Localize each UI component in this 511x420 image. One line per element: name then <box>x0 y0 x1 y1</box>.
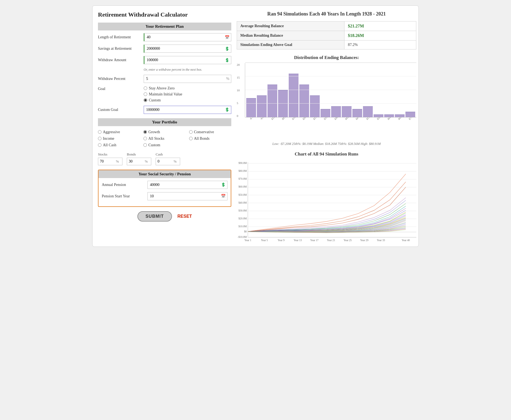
aggressive-radio[interactable] <box>98 130 101 134</box>
page-title: Retirement Withdrawal Calculator <box>98 11 231 18</box>
savings-label: Savings at Retirement <box>98 46 141 51</box>
bar-9 <box>342 106 352 117</box>
line-chart-svg: $90.0M $80.0M $70.0M $60.0M $50.0M $40.0… <box>237 160 416 241</box>
goal-stay-above[interactable]: Stay Above Zero <box>144 86 182 91</box>
portfolio-income[interactable]: Income <box>98 136 140 141</box>
percent-icon: % <box>226 77 229 81</box>
portfolio-section: Your Portfolio Aggressive Growth Conserv… <box>98 118 231 165</box>
length-row: Length of Retirement 📅 <box>98 33 231 41</box>
y-label-20: 20 <box>237 63 240 66</box>
custom-portfolio-radio[interactable] <box>143 143 147 147</box>
annual-pension-row: Annual Pension 💲 <box>102 181 227 189</box>
bar-1 <box>257 95 267 117</box>
length-input[interactable] <box>144 33 231 41</box>
custom-goal-input[interactable] <box>144 106 231 114</box>
bonds-label: Bonds <box>127 152 151 157</box>
savings-row: Savings at Retirement 💲 <box>98 45 231 53</box>
submit-button[interactable]: SUBMIT <box>137 211 172 222</box>
goal-maintain[interactable]: Maintain Initial Value <box>144 92 182 97</box>
goal-row: Goal Stay Above Zero Maintain Initial Va… <box>98 86 231 102</box>
plan-section-header: Your Retirement Plan <box>98 23 231 30</box>
income-radio[interactable] <box>98 137 101 140</box>
bar-10 <box>352 109 362 117</box>
svg-text:Year 9: Year 9 <box>278 239 284 241</box>
stat-label-2: Simulations Ending Above Goal <box>237 41 344 49</box>
stocks-input[interactable] <box>98 158 116 165</box>
bar-8 <box>331 106 341 117</box>
withdraw-input[interactable] <box>144 56 231 64</box>
bar-label-6: $25.84M <box>313 117 321 120</box>
y-label-10: 10 <box>237 89 240 92</box>
line-chart-title: Chart of All 94 Simulation Runs <box>237 151 416 157</box>
conservative-radio[interactable] <box>189 130 193 134</box>
custom-portfolio-label: Custom <box>148 143 160 147</box>
portfolio-growth[interactable]: Growth <box>143 130 186 134</box>
portfolio-grid: Aggressive Growth Conservative Income Al… <box>98 129 231 148</box>
bar-label-13: $64.39M <box>387 117 395 120</box>
svg-text:Year 29: Year 29 <box>360 239 368 241</box>
reset-button[interactable]: RESET <box>177 214 192 219</box>
goal-maintain-label: Maintain Initial Value <box>149 92 182 97</box>
left-panel: Retirement Withdrawal Calculator Your Re… <box>98 11 231 241</box>
pension-calendar-icon: 📅 <box>221 194 226 198</box>
annual-pension-input[interactable] <box>148 181 227 189</box>
portfolio-all-cash[interactable]: All Cash <box>98 143 140 147</box>
stat-value-0: $21.27M <box>344 21 416 31</box>
bar-chart <box>245 63 416 117</box>
svg-text:$20.0M: $20.0M <box>238 217 247 220</box>
right-panel: Ran 94 Simulations Each 40 Years In Leng… <box>237 11 416 241</box>
goal-stay-above-radio[interactable] <box>144 86 147 90</box>
grid-line-5 <box>245 103 416 104</box>
stocks-input-wrap: % <box>98 158 122 165</box>
growth-radio[interactable] <box>143 130 147 134</box>
portfolio-conservative[interactable]: Conservative <box>189 130 231 134</box>
savings-input[interactable] <box>144 45 231 52</box>
bar-label-2: $3.81M <box>271 117 278 120</box>
grid-line-10 <box>245 90 416 90</box>
bonds-input[interactable] <box>127 158 145 165</box>
portfolio-all-stocks[interactable]: All Stocks <box>143 136 186 141</box>
cash-label: Cash <box>156 152 180 157</box>
pension-money-icon: 💲 <box>221 182 226 187</box>
income-label: Income <box>103 136 114 141</box>
withdraw-input-wrapper: 💲 <box>144 56 231 64</box>
bar-6 <box>310 95 320 117</box>
all-cash-label: All Cash <box>103 143 116 147</box>
svg-text:-$10.0M: -$10.0M <box>238 235 247 238</box>
sim-title: Ran 94 Simulations Each 40 Years In Leng… <box>237 11 416 17</box>
cash-input[interactable] <box>156 158 174 165</box>
plan-section: Your Retirement Plan Length of Retiremen… <box>98 23 231 114</box>
withdraw-percent-row: Withdraw Percent % <box>98 75 231 83</box>
conservative-label: Conservative <box>194 130 214 134</box>
svg-text:$90.0M: $90.0M <box>238 161 247 164</box>
goal-maintain-radio[interactable] <box>144 92 147 96</box>
all-bonds-radio[interactable] <box>189 137 193 140</box>
svg-text:Year 1: Year 1 <box>244 239 251 241</box>
stocks-pct: % <box>116 159 120 164</box>
line-chart-container: $90.0M $80.0M $70.0M $60.0M $50.0M $40.0… <box>237 160 416 241</box>
cash-pct: % <box>174 159 178 164</box>
bar-label-11: $53.37M <box>366 117 374 120</box>
goal-custom-radio[interactable] <box>144 98 147 102</box>
bar-label-7: $31.35M <box>323 117 331 120</box>
custom-goal-row: Custom Goal 💲 <box>98 106 231 114</box>
pension-section: Your Social Security / Pension Annual Pe… <box>98 170 231 207</box>
portfolio-all-bonds[interactable]: All Bonds <box>189 136 231 141</box>
custom-goal-icon: 💲 <box>225 107 229 112</box>
growth-label: Growth <box>148 130 160 134</box>
all-cash-radio[interactable] <box>98 143 101 147</box>
portfolio-custom[interactable]: Custom <box>143 143 186 147</box>
withdraw-percent-input[interactable] <box>144 75 231 83</box>
pension-start-input[interactable] <box>148 192 227 200</box>
svg-text:$0: $0 <box>244 230 247 233</box>
goal-custom[interactable]: Custom <box>144 98 182 102</box>
portfolio-aggressive[interactable]: Aggressive <box>98 130 140 134</box>
money-icon: 💲 <box>225 46 229 51</box>
y-label-15: 15 <box>237 76 240 79</box>
pension-start-wrapper: 📅 <box>147 192 227 200</box>
withdraw-row: Withdraw Amount 💲 <box>98 56 231 64</box>
svg-text:Year 40: Year 40 <box>402 239 410 241</box>
all-stocks-radio[interactable] <box>143 137 147 140</box>
pension-start-row: Pension Start Year 📅 <box>102 192 227 200</box>
goal-radio-group: Stay Above Zero Maintain Initial Value C… <box>144 86 182 102</box>
